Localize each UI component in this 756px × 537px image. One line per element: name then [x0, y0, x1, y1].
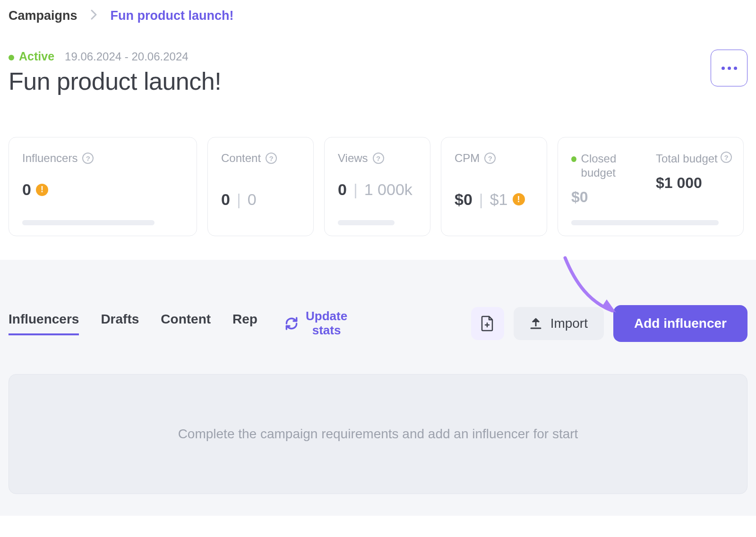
- update-stats-button[interactable]: Update stats: [284, 309, 347, 338]
- progress-bar: [338, 220, 395, 225]
- card-content: Content ? 0 | 0: [207, 137, 314, 236]
- status-dot-icon: [571, 156, 576, 162]
- tab-influencers[interactable]: Influencers: [9, 312, 79, 335]
- card-value: 0: [338, 180, 347, 199]
- progress-bar: [22, 220, 155, 225]
- page-title: Fun product launch!: [9, 67, 221, 95]
- new-file-button[interactable]: [471, 307, 504, 340]
- card-label: Content: [221, 152, 261, 165]
- progress-bar: [571, 220, 719, 225]
- card-value: 0: [22, 180, 31, 199]
- chevron-right-icon: [91, 9, 97, 23]
- tab-content[interactable]: Content: [161, 312, 211, 335]
- upload-icon: [530, 317, 542, 330]
- warning-icon[interactable]: !: [513, 193, 525, 205]
- add-influencer-button[interactable]: Add influencer: [613, 305, 747, 342]
- status-dot-icon: [9, 55, 14, 60]
- breadcrumb-root[interactable]: Campaigns: [9, 9, 77, 23]
- card-label: CPM: [455, 152, 480, 165]
- status-badge: Active: [9, 50, 54, 63]
- card-label: Views: [338, 152, 368, 165]
- breadcrumb-current[interactable]: Fun product launch!: [111, 9, 234, 23]
- empty-state: Complete the campaign requirements and a…: [9, 374, 747, 494]
- closed-budget-label: Closed budget: [581, 152, 645, 180]
- card-value: $0: [455, 190, 472, 209]
- tabs-section: Influencers Drafts Content Rep Update st…: [0, 260, 756, 516]
- card-secondary: $1: [490, 190, 508, 209]
- warning-icon[interactable]: !: [36, 184, 48, 196]
- breadcrumb: Campaigns Fun product launch!: [9, 9, 747, 23]
- import-label: Import: [550, 316, 588, 331]
- card-influencers: Influencers ? 0 !: [9, 137, 197, 236]
- tab-drafts[interactable]: Drafts: [101, 312, 139, 335]
- import-button[interactable]: Import: [514, 307, 604, 340]
- status-text: Active: [19, 50, 54, 63]
- help-icon[interactable]: ?: [82, 153, 94, 164]
- update-stats-label: Update: [306, 309, 347, 324]
- refresh-icon: [284, 316, 299, 331]
- file-plus-icon: [481, 315, 495, 332]
- total-budget-value: $1 000: [656, 174, 730, 192]
- tabs: Influencers Drafts Content Rep: [9, 312, 258, 335]
- card-secondary: 1 000k: [364, 180, 412, 199]
- card-budget: ? Closed budget $0 Total budget $1 000: [558, 137, 744, 236]
- card-views: Views ? 0 | 1 000k: [324, 137, 430, 236]
- more-actions-button[interactable]: [711, 50, 747, 86]
- stats-cards: Influencers ? 0 ! Content ? 0 | 0 Views: [9, 137, 747, 236]
- more-icon: [722, 67, 725, 70]
- date-range: 19.06.2024 - 20.06.2024: [65, 50, 189, 63]
- help-icon[interactable]: ?: [721, 152, 732, 163]
- card-secondary: 0: [248, 190, 257, 209]
- card-cpm: CPM ? $0 | $1 !: [441, 137, 547, 236]
- empty-state-message: Complete the campaign requirements and a…: [178, 426, 578, 441]
- tab-rep[interactable]: Rep: [232, 312, 258, 335]
- card-value: 0: [221, 190, 230, 209]
- total-budget-label: Total budget: [656, 152, 718, 166]
- help-icon[interactable]: ?: [373, 153, 384, 164]
- help-icon[interactable]: ?: [266, 153, 277, 164]
- help-icon[interactable]: ?: [484, 153, 496, 164]
- card-label: Influencers: [22, 152, 77, 165]
- closed-budget-value: $0: [571, 188, 645, 206]
